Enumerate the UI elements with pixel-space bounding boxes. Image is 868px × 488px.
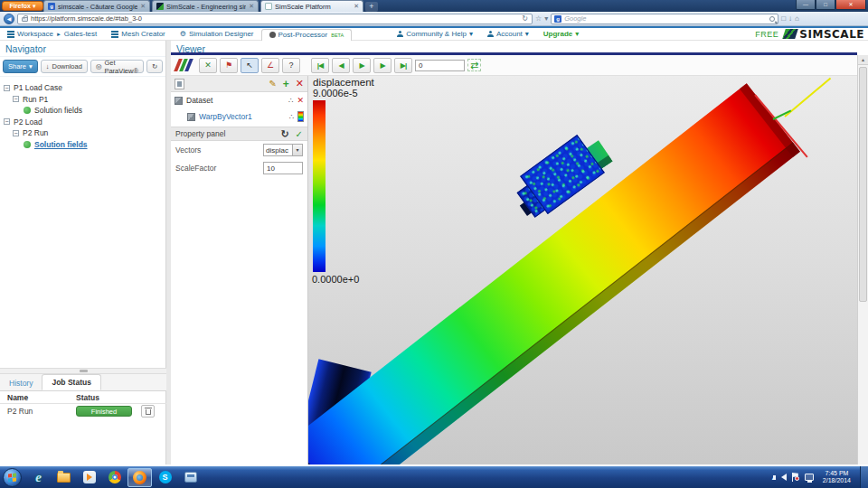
search-box[interactable]: g — [551, 14, 778, 24]
taskbar-skype[interactable]: S — [153, 468, 177, 487]
help-button[interactable]: ? — [282, 58, 300, 73]
browser-tab-1[interactable]: g simscale - Căutare Google ✕ — [43, 0, 150, 12]
tree-node-run-p1[interactable]: − Run P1 — [4, 94, 162, 106]
plan-badge: FREE — [755, 30, 778, 39]
simscale-favicon — [156, 3, 164, 10]
scrollbar-thumb[interactable] — [859, 67, 867, 302]
account-menu[interactable]: Account ▾ — [480, 28, 536, 41]
downloads-icon[interactable]: ↓ — [788, 14, 792, 23]
edit-icon[interactable]: ✎ — [269, 79, 276, 89]
camera-pin-button[interactable]: ⚑ — [220, 58, 238, 73]
scroll-up-icon[interactable]: ▴ — [858, 55, 868, 65]
viewer-scrollbar[interactable]: ▴ — [857, 55, 868, 465]
pointer-mode-button[interactable]: ↖ — [241, 58, 259, 73]
collapse-icon[interactable]: − — [13, 130, 19, 136]
share-button[interactable]: Share ▾ — [3, 60, 38, 73]
job-name: P2 Run — [7, 407, 33, 416]
tree-node-p2-run[interactable]: − P2 Run — [4, 127, 162, 139]
render-viewport[interactable]: displacement 9.0006e-5 0.0000e+0 — [308, 76, 857, 465]
measure-button[interactable]: ∠ — [261, 58, 279, 73]
browser-tab-2[interactable]: SimScale - Engineering simulation in ...… — [152, 0, 259, 12]
pipeline-source-icon[interactable] — [175, 79, 184, 89]
next-frame-button[interactable]: ▶ — [373, 58, 392, 73]
volume-icon[interactable] — [781, 474, 787, 481]
minimize-button[interactable]: — — [796, 0, 816, 10]
taskbar-app-window[interactable] — [178, 468, 203, 487]
taskbar-explorer[interactable] — [52, 468, 76, 487]
search-engine-icon: g — [554, 15, 561, 23]
first-frame-button[interactable]: |◀ — [311, 58, 329, 73]
tree-node-solution-fields-2-selected[interactable]: Solution fields — [4, 139, 162, 151]
bookmarks-panel-icon[interactable]: □ — [781, 14, 786, 23]
pipeline-item-dataset[interactable]: Dataset ∴ ✕ — [171, 92, 307, 108]
download-button[interactable]: ↓ Download — [41, 60, 88, 73]
representation-icon[interactable]: ∴ — [289, 113, 294, 121]
home-icon[interactable]: ⌂ — [795, 14, 799, 23]
tab-close-icon[interactable]: ✕ — [354, 3, 359, 10]
bookmark-star-icon[interactable]: ☆ — [535, 14, 542, 23]
tree-node-p1-load-case[interactable]: − P1 Load Case — [4, 82, 162, 94]
remove-filter-icon[interactable]: ✕ — [296, 78, 304, 89]
prev-frame-button[interactable]: ◀ — [332, 58, 350, 73]
representation-icon[interactable]: ∴ — [288, 97, 293, 105]
tab-post-processor-active[interactable]: Post-Processor BETA — [261, 29, 353, 42]
collapse-icon[interactable]: − — [4, 85, 10, 91]
tree-label: P1 Load Case — [14, 83, 62, 92]
url-field[interactable]: https://platform.simscale.de/#tab_3-0 ↻ — [17, 14, 533, 24]
tab-close-icon[interactable]: ✕ — [249, 3, 254, 10]
refresh-button[interactable]: ↻ — [146, 60, 163, 73]
play-button[interactable]: ▶ — [353, 58, 371, 73]
close-button[interactable]: ✕ — [835, 0, 866, 10]
workspace-breadcrumb[interactable]: Workspace ► Gales-test — [0, 28, 104, 41]
simscale-logo-text: SIMSCALE — [799, 28, 864, 41]
search-input[interactable] — [564, 14, 767, 23]
back-button[interactable]: ◀ — [4, 14, 14, 24]
taskbar-media-player[interactable] — [77, 468, 101, 487]
apply-icon[interactable]: ✓ — [296, 129, 303, 139]
collapse-icon[interactable]: − — [4, 118, 10, 125]
new-tab-button[interactable]: + — [365, 2, 378, 12]
fit-view-button[interactable]: ✕ — [199, 58, 217, 73]
collapse-icon[interactable]: − — [13, 96, 19, 102]
taskbar-clock[interactable]: 7:45 PM 2/18/2014 — [823, 470, 851, 484]
scalefactor-input[interactable] — [263, 162, 303, 174]
start-button[interactable] — [3, 468, 22, 487]
maximize-button[interactable]: □ — [816, 0, 835, 10]
vectors-dropdown[interactable]: displac ▾ — [263, 144, 303, 156]
show-desktop-button[interactable] — [860, 466, 868, 488]
tree-node-p2-load[interactable]: − P2 Load — [4, 117, 162, 128]
reload-icon[interactable]: ↻ — [522, 14, 528, 23]
loop-icon[interactable]: ⇄ — [467, 59, 481, 71]
delete-dataset-icon[interactable]: ✕ — [297, 96, 304, 105]
bookmark-caret-icon[interactable]: ▾ — [544, 14, 548, 23]
splitter-grip[interactable] — [80, 370, 88, 372]
add-filter-icon[interactable]: + — [283, 78, 289, 90]
firefox-menu-button[interactable]: Firefox ▾ — [2, 1, 43, 11]
pipeline-item-warpbyvector[interactable]: WarpByVector1 ∴ — [171, 108, 307, 125]
taskbar-internet-explorer[interactable]: e — [26, 468, 51, 487]
tab-close-icon[interactable]: ✕ — [140, 3, 146, 10]
colormap-icon[interactable] — [297, 111, 304, 122]
frame-number-input[interactable] — [415, 60, 465, 71]
community-help-menu[interactable]: Community & Help ▾ — [390, 28, 480, 41]
tab-mesh-creator[interactable]: Mesh Creator — [104, 28, 172, 41]
skype-icon: S — [159, 471, 172, 483]
browser-tab-3-active[interactable]: SimScale Platform ✕ — [260, 0, 363, 12]
search-icon[interactable] — [769, 16, 775, 22]
simscale-brand: SIMSCALE — [784, 28, 864, 41]
get-paraview-button[interactable]: ◎ Get ParaView® — [90, 60, 144, 73]
job-row[interactable]: P2 Run Finished — [0, 404, 166, 419]
upgrade-menu[interactable]: Upgrade ▾ — [536, 28, 586, 41]
taskbar-chrome[interactable] — [102, 468, 127, 487]
delete-job-button[interactable] — [141, 405, 155, 418]
tree-node-solution-fields-1[interactable]: Solution fields — [4, 105, 162, 117]
app-navigation: Workspace ► Gales-test Mesh Creator ⚙ Si… — [0, 28, 868, 41]
network-icon[interactable] — [805, 474, 814, 481]
taskbar-firefox-active[interactable] — [127, 468, 152, 487]
tab-job-status[interactable]: Job Status — [42, 374, 100, 390]
action-center-flag-icon[interactable] — [792, 473, 799, 482]
last-frame-button[interactable]: ▶| — [394, 58, 412, 73]
tab-simulation-designer[interactable]: ⚙ Simulation Designer — [173, 28, 261, 41]
tab-history[interactable]: History — [0, 376, 42, 390]
reset-properties-icon[interactable]: ↻ — [280, 128, 288, 140]
